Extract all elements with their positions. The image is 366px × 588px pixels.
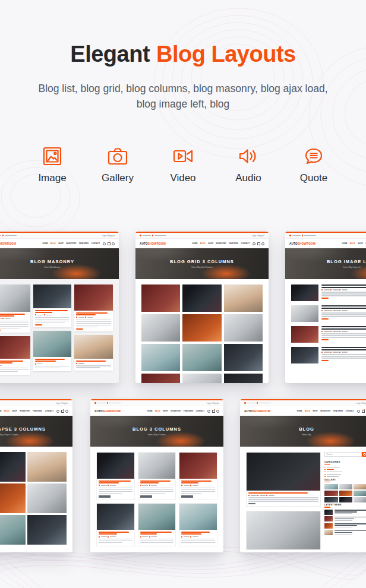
mail-icon [152, 235, 154, 236]
photo-thumbnail [182, 314, 221, 342]
photo-thumbnail [291, 284, 318, 301]
photo-thumbnail [324, 510, 333, 515]
mock-topbar: Login / Register [135, 233, 269, 239]
cart-icon [362, 410, 365, 413]
mock-nav: HOMEBLOGSHOPINVENTORYFEATURESCONTACT [43, 242, 100, 245]
blog-layout-card-masonry[interactable]: Login / Register AUTOSHOWROOM HOMEBLOGSH… [0, 232, 119, 383]
post-row [291, 347, 366, 363]
post-card [246, 452, 321, 507]
blog-layout-card-grid-3-columns[interactable]: Login / Register AUTOSHOWROOM HOMEBLOGSH… [135, 232, 269, 383]
read-more-link [321, 318, 329, 320]
photo-thumbnail [354, 497, 366, 502]
breadcrumb: Home | Blog Image Left [343, 266, 360, 268]
photo-thumbnail [224, 374, 263, 383]
mock-topbar: Login / Register [0, 233, 119, 239]
photo-thumbnail [182, 344, 221, 371]
audio-icon [236, 143, 260, 170]
blog-layout-card-3-columns[interactable]: Login / Register AUTOSHOWROOM HOMEBLOGSH… [90, 399, 223, 552]
mock-nav: HOMEBLOGSHOPINVENTORYFEATURESCONTACT [297, 410, 354, 412]
mail-icon [2, 235, 4, 236]
search-icon [253, 242, 255, 245]
mock-nav: HOMEBLOGSHOPINVENTORYFEATURESCONTACT [342, 242, 366, 245]
search-icon [56, 410, 59, 413]
phone-icon [94, 402, 96, 404]
post-card [96, 503, 135, 546]
phone-icon [244, 402, 246, 404]
post-card [246, 511, 321, 550]
read-more-button [181, 495, 193, 498]
phone-icon [140, 235, 141, 236]
photo-thumbnail [97, 453, 134, 479]
photo-thumbnail [324, 530, 333, 535]
post-card [138, 452, 176, 500]
photo-thumbnail [324, 491, 338, 496]
header-icons [357, 410, 366, 413]
read-more-link [321, 339, 329, 340]
promo-canvas: ElegantBlog Layouts Blog list, blog grid… [0, 0, 366, 588]
post-card [74, 335, 113, 371]
photo-thumbnail [354, 484, 366, 489]
post-card [74, 284, 113, 331]
breadcrumb: Home | Blog Grid 3 Columns [191, 266, 213, 268]
blog-layout-card-image-left[interactable]: Login / Register AUTOSHOWROOM HOMEBLOGSH… [285, 232, 366, 383]
search-input: Search... [324, 452, 362, 457]
hero-banner: BLOG COLLAPSE 3 COLUMNS Home | Blog Coll… [0, 416, 72, 447]
login-register-link: Login / Register [356, 402, 366, 404]
blog-body: Search... CATEGORIES GALLERY [240, 447, 366, 552]
hero-title: BLOG GRID 3 COLUMNS [170, 259, 234, 264]
search-icon [357, 410, 360, 413]
post-card [0, 336, 30, 375]
mock-header: AUTOSHOWROOM HOMEBLOGSHOPINVENTORYFEATUR… [0, 406, 72, 416]
read-more-link [321, 360, 329, 361]
photo-thumbnail [0, 336, 30, 359]
read-more-link [76, 328, 83, 330]
photo-thumbnail [291, 347, 318, 363]
mock-header: AUTOSHOWROOM HOMEBLOGSHOPINVENTORYFEATUR… [240, 406, 366, 416]
mock-header: AUTOSHOWROOM HOMEBLOGSHOPINVENTORYFEATUR… [285, 239, 366, 248]
photo-thumbnail [27, 483, 67, 513]
user-icon [261, 242, 264, 245]
login-register-link: Login / Register [56, 402, 68, 404]
photo-thumbnail [74, 335, 113, 359]
hero-title: BLOG MASONRY [30, 259, 74, 264]
photo-thumbnail [179, 504, 217, 530]
photo-thumbnail [0, 284, 30, 312]
photo-thumbnail [27, 452, 67, 482]
blog-layout-card-blog[interactable]: Login / Register AUTOSHOWROOM HOMEBLOGSH… [240, 399, 366, 552]
latest-news-list [324, 510, 366, 536]
photo-thumbnail [324, 523, 333, 529]
hero-title: BLOG [299, 426, 314, 432]
photo-thumbnail [27, 515, 67, 545]
photo-thumbnail [339, 484, 353, 489]
hero-banner: BLOG GRID 3 COLUMNS Home | Blog Grid 3 C… [135, 248, 269, 279]
photo-thumbnail [141, 314, 180, 342]
user-icon [65, 410, 68, 413]
mail-icon [302, 235, 304, 236]
video-icon [171, 143, 195, 170]
photo-thumbnail [0, 483, 26, 513]
phone-icon [289, 235, 291, 236]
title-accent: Blog Layouts [156, 42, 296, 67]
read-more-link [0, 330, 1, 331]
search-icon [207, 410, 210, 413]
breadcrumb: Home | Blog 3 Columns [148, 434, 166, 436]
header-icons [103, 242, 115, 245]
search-icon [103, 242, 106, 245]
image-icon [40, 143, 64, 170]
page-title: ElegantBlog Layouts [0, 42, 366, 67]
hero-title: BLOG COLLAPSE 3 COLUMNS [0, 426, 46, 432]
post-columns [96, 452, 217, 500]
hero-banner: BLOG Home | Blog [240, 416, 366, 447]
photo-thumbnail [179, 453, 217, 479]
photo-thumbnail [182, 284, 221, 312]
read-more-link [35, 324, 42, 325]
mock-topbar: Login / Register [285, 233, 366, 239]
post-card [179, 452, 217, 500]
cart-icon [257, 242, 260, 245]
photo-thumbnail [224, 314, 263, 342]
mock-nav: HOMEBLOGSHOPINVENTORYFEATURESCONTACT [147, 410, 204, 412]
photo-thumbnail [33, 284, 72, 308]
mock-topbar: Login / Register [0, 400, 72, 406]
photo-thumbnail [339, 491, 353, 496]
blog-layout-card-collapse-3-columns[interactable]: Login / Register AUTOSHOWROOM HOMEBLOGSH… [0, 399, 72, 552]
